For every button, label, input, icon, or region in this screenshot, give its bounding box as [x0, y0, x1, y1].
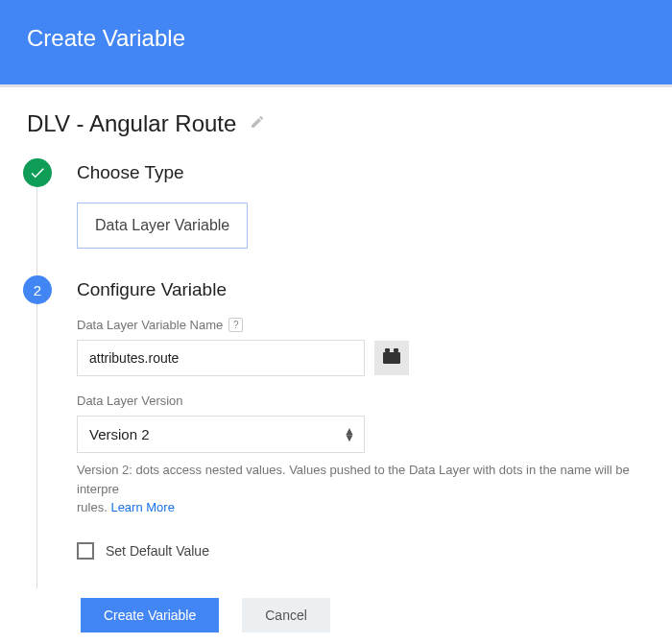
help-text-line1: Version 2: dots access nested values. Va… — [77, 463, 630, 496]
dlv-version-field: Data Layer Version Version 2 ▲▼ Version … — [77, 394, 672, 517]
brick-icon — [383, 352, 400, 364]
dlv-version-label: Data Layer Version — [77, 394, 183, 408]
learn-more-link[interactable]: Learn More — [110, 500, 174, 514]
step-configure-variable: 2 Configure Variable Data Layer Variable… — [23, 275, 672, 588]
variable-name: DLV - Angular Route — [27, 110, 236, 137]
dlv-name-field: Data Layer Variable Name ? — [77, 318, 672, 376]
help-icon[interactable]: ? — [228, 318, 243, 332]
dlv-name-input[interactable] — [77, 340, 365, 376]
edit-name-icon[interactable] — [250, 114, 265, 133]
dlv-version-help: Version 2: dots access nested values. Va… — [77, 461, 672, 517]
insert-variable-button[interactable] — [374, 341, 409, 375]
dlv-version-select[interactable]: Version 2 ▲▼ — [77, 416, 365, 453]
step1-complete-icon — [23, 158, 52, 187]
step-connector — [36, 187, 37, 275]
page-header: Create Variable — [0, 0, 672, 87]
dlv-name-label: Data Layer Variable Name — [77, 318, 223, 332]
default-value-label: Set Default Value — [106, 543, 209, 559]
step2-number: 2 — [34, 282, 41, 298]
step2-number-icon: 2 — [23, 275, 52, 304]
dlv-version-value: Version 2 — [89, 426, 150, 442]
chevron-updown-icon: ▲▼ — [344, 428, 355, 441]
help-text-line2: rules. — [77, 500, 110, 514]
step-connector — [36, 304, 37, 588]
default-value-row: Set Default Value — [77, 542, 672, 560]
variable-type-label: Data Layer Variable — [95, 217, 229, 233]
step-choose-type: Choose Type Data Layer Variable — [23, 158, 672, 275]
variable-type-selector[interactable]: Data Layer Variable — [77, 203, 248, 249]
step1-title: Choose Type — [77, 162, 672, 183]
dlv-version-label-row: Data Layer Version — [77, 394, 672, 408]
create-variable-button[interactable]: Create Variable — [81, 598, 219, 632]
action-buttons: Create Variable Cancel — [23, 598, 672, 632]
step2-title: Configure Variable — [77, 279, 672, 300]
page-header-title: Create Variable — [27, 25, 185, 51]
default-value-checkbox[interactable] — [77, 542, 94, 560]
dlv-name-label-row: Data Layer Variable Name ? — [77, 318, 672, 332]
steps: Choose Type Data Layer Variable 2 Config… — [23, 158, 672, 588]
cancel-button[interactable]: Cancel — [242, 598, 330, 632]
variable-title-row: DLV - Angular Route — [23, 110, 672, 137]
content-area: DLV - Angular Route Choose Type Data Lay… — [0, 87, 672, 632]
